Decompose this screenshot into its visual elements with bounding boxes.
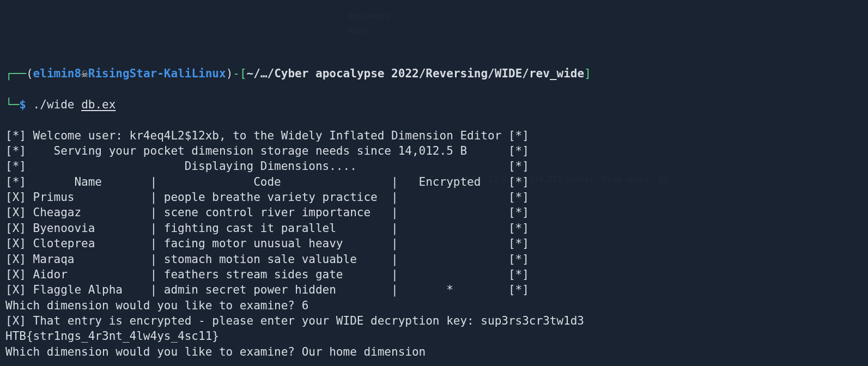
table-header: [*] Name | Code | Encrypted [*] [5,175,529,188]
paren-open: ( [26,67,33,80]
paren-close: ) [226,67,233,80]
output-displaying: [*] Displaying Dimensions.... [*] [5,160,529,173]
table-row: [X] Primus | people breathe variety prac… [5,191,529,204]
box-corner-top: ┌── [5,67,26,80]
prompt-path: ~/…/Cyber apocalypse 2022/Reversing/WIDE… [247,67,585,80]
table-row: [X] Cloteprea | facing motor unusual hea… [5,237,529,250]
box-corner-bottom: └─ [5,98,19,111]
command-text: ./wide [33,98,75,111]
table-row: [X] Aidor | feathers stream sides gate |… [5,268,529,281]
prompt-user: elimin8 [33,67,82,80]
prompt-line-1: ┌──(elimin8☠RisingStar-KaliLinux)-[~/…/C… [5,66,863,81]
terminal-window[interactable]: ┌──(elimin8☠RisingStar-KaliLinux)-[~/…/C… [5,66,863,359]
bracket-close: ] [584,67,591,80]
flag-output: HTB{str1ngs_4r3nt_4lw4ys_4sc11} [5,330,219,343]
ghost-text: Documents [349,11,390,21]
skull-icon: ☠ [81,67,88,80]
examine-prompt-1: Which dimension would you like to examin… [5,299,308,312]
table-row: [X] Maraqa | stomach motion sale valuabl… [5,253,529,266]
table-row: [X] Flaggle Alpha | admin secret power h… [5,283,529,296]
table-row: [X] Cheagaz | scene control river import… [5,206,529,219]
bracket-open: [ [240,67,247,80]
prompt-host: RisingStar-KaliLinux [88,67,226,80]
encrypted-prompt: [X] That entry is encrypted - please ent… [5,314,584,327]
examine-prompt-2: Which dimension would you like to examin… [5,345,426,358]
prompt-line-2: └─$ ./wide db.ex [5,97,863,112]
table-row: [X] Byenoovia | fighting cast it paralle… [5,222,529,235]
output-tagline: [*] Serving your pocket dimension storag… [5,144,529,157]
command-argument: db.ex [81,98,116,111]
output-welcome: [*] Welcome user: kr4eq4L2$12xb, to the … [5,129,529,142]
prompt-dash: - [233,67,240,80]
ghost-text: Music [349,26,372,36]
prompt-dollar: $ [19,98,26,111]
